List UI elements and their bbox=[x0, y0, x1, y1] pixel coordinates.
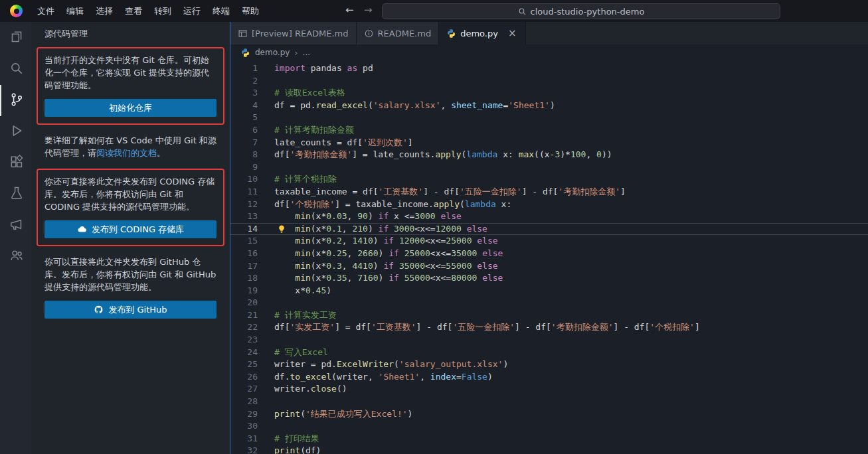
code-line[interactable]: 14 min(x*0.1, 210) if 3000<x<=12000 else bbox=[230, 223, 868, 236]
publish-to-coding-label: 发布到 CODING 存储库 bbox=[92, 224, 184, 236]
code-line[interactable]: 2 bbox=[230, 75, 868, 88]
code-line[interactable]: 3# 读取Excel表格 bbox=[230, 87, 868, 100]
line-number: 6 bbox=[230, 124, 258, 137]
explorer-icon bbox=[9, 30, 24, 47]
logo-hole bbox=[14, 9, 19, 14]
tab-close-icon[interactable]: × bbox=[506, 28, 519, 39]
tab-bar: [Preview] README.mdREADME.mddemo.py× bbox=[230, 22, 868, 44]
line-number: 23 bbox=[230, 334, 258, 346]
line-content bbox=[258, 112, 274, 124]
line-content: writer.close() bbox=[258, 383, 347, 396]
initialize-repo-button[interactable]: 初始化仓库 bbox=[44, 99, 217, 117]
menu-item[interactable]: 帮助 bbox=[236, 0, 265, 22]
code-line[interactable]: 6# 计算考勤扣除金额 bbox=[230, 124, 868, 137]
code-line[interactable]: 29print('结果已成功写入Excel!') bbox=[230, 408, 868, 421]
code-line[interactable]: 12df['个税扣除'] = taxable_income.apply(lamb… bbox=[230, 198, 868, 211]
menu-item[interactable]: 运行 bbox=[177, 0, 207, 22]
line-number: 1 bbox=[230, 62, 258, 75]
activity-item-source-control[interactable] bbox=[0, 85, 31, 116]
accounts-icon bbox=[9, 248, 24, 265]
activity-item-test[interactable] bbox=[0, 179, 31, 210]
cloud-studio-logo-icon[interactable] bbox=[10, 5, 23, 17]
code-line[interactable]: 10# 计算个税扣除 bbox=[230, 173, 868, 186]
code-line[interactable]: 22df['实发工资'] = df['工资基数'] - df['五险一金扣除']… bbox=[230, 321, 868, 334]
sidebar-title: 源代码管理 bbox=[31, 22, 230, 46]
activity-item-search[interactable] bbox=[0, 54, 31, 85]
activity-item-explorer[interactable] bbox=[0, 23, 31, 54]
menu-item[interactable]: 终端 bbox=[207, 0, 236, 22]
activity-item-run-debug[interactable] bbox=[0, 116, 31, 147]
code-line[interactable]: 26df.to_excel(writer, 'Sheet1', index=Fa… bbox=[230, 371, 868, 384]
search-icon bbox=[518, 7, 527, 16]
line-content: df['考勤扣除金额'] = late_counts.apply(lambda … bbox=[258, 149, 612, 161]
line-content: min(x*0.2, 1410) if 12000<x<=25000 else bbox=[258, 235, 498, 248]
line-number: 22 bbox=[230, 321, 258, 334]
menu-bar: 文件编辑选择查看转到运行终端帮助 bbox=[31, 0, 265, 22]
line-content: # 读取Excel表格 bbox=[258, 87, 345, 100]
github-section: 你可以直接将此文件夹发布到 GitHub 仓库。发布后，你将有权访问由 Git … bbox=[37, 254, 224, 319]
line-number: 12 bbox=[230, 198, 258, 211]
code-line[interactable]: 4df = pd.read_excel('salary.xlsx', sheet… bbox=[230, 100, 868, 112]
code-line[interactable]: 5 bbox=[230, 112, 868, 124]
code-line[interactable]: 20 bbox=[230, 297, 868, 309]
tab-preview-readme-md[interactable]: [Preview] README.md bbox=[230, 22, 357, 44]
line-content bbox=[258, 75, 274, 88]
activity-item-feedback[interactable] bbox=[0, 210, 31, 241]
menu-item[interactable]: 文件 bbox=[31, 0, 60, 22]
line-number: 27 bbox=[230, 383, 258, 396]
code-line[interactable]: 19 x*0.45) bbox=[230, 285, 868, 297]
code-line[interactable]: 18 min(x*0.35, 7160) if 55000<x<=80000 e… bbox=[230, 272, 868, 285]
line-number: 2 bbox=[230, 75, 258, 88]
menu-item[interactable]: 选择 bbox=[90, 0, 119, 22]
tab-demo-py[interactable]: demo.py× bbox=[439, 22, 526, 44]
publish-to-coding-button[interactable]: 发布到 CODING 存储库 bbox=[44, 220, 217, 238]
code-line[interactable]: 23 bbox=[230, 334, 868, 346]
code-area[interactable]: 1import pandas as pd23# 读取Excel表格4df = p… bbox=[230, 60, 868, 454]
code-line[interactable]: 24# 写入Excel bbox=[230, 346, 868, 359]
code-line[interactable]: 28 bbox=[230, 396, 868, 408]
megaphone-icon bbox=[9, 217, 24, 234]
title-bar: 文件编辑选择查看转到运行终端帮助 ← → cloud-studio-python… bbox=[0, 0, 868, 22]
code-line[interactable]: 31# 打印结果 bbox=[230, 433, 868, 445]
line-number: 16 bbox=[230, 248, 258, 260]
code-line[interactable]: 1import pandas as pd bbox=[230, 62, 868, 75]
code-line[interactable]: 30 bbox=[230, 420, 868, 433]
line-content: # 计算实发工资 bbox=[258, 309, 337, 322]
lightbulb-icon[interactable] bbox=[277, 224, 286, 234]
code-line[interactable]: 25writer = pd.ExcelWriter('salary_output… bbox=[230, 358, 868, 371]
back-arrow-icon[interactable]: ← bbox=[345, 0, 354, 22]
code-line[interactable]: 7late_counts = df['迟到次数'] bbox=[230, 137, 868, 149]
initialize-repo-label: 初始化仓库 bbox=[109, 102, 152, 114]
code-line[interactable]: 27writer.close() bbox=[230, 383, 868, 396]
line-number: 21 bbox=[230, 309, 258, 322]
code-line[interactable]: 32print(df) bbox=[230, 445, 868, 454]
code-line[interactable]: 15 min(x*0.2, 1410) if 12000<x<=25000 el… bbox=[230, 235, 868, 248]
line-content bbox=[258, 420, 274, 433]
github-icon bbox=[94, 305, 104, 315]
run-debug-icon bbox=[9, 123, 24, 141]
command-search-box[interactable]: cloud-studio-python-demo bbox=[382, 3, 780, 19]
breadcrumb[interactable]: demo.py › ... bbox=[230, 44, 868, 60]
code-line[interactable]: 11taxable_income = df['工资基数'] - df['五险一金… bbox=[230, 186, 868, 198]
tab-label: [Preview] README.md bbox=[252, 29, 349, 38]
menu-item[interactable]: 查看 bbox=[119, 0, 148, 22]
code-line[interactable]: 17 min(x*0.3, 4410) if 35000<x<=55000 el… bbox=[230, 260, 868, 273]
line-content: # 计算个税扣除 bbox=[258, 173, 337, 186]
menu-item[interactable]: 转到 bbox=[148, 0, 177, 22]
line-content: # 写入Excel bbox=[258, 346, 328, 359]
code-line[interactable]: 8df['考勤扣除金额'] = late_counts.apply(lambda… bbox=[230, 149, 868, 161]
activity-item-extensions[interactable] bbox=[0, 147, 31, 179]
code-line[interactable]: 13 min(x*0.03, 90) if x <=3000 else bbox=[230, 210, 868, 223]
code-line[interactable]: 9 bbox=[230, 161, 868, 174]
menu-item[interactable]: 编辑 bbox=[60, 0, 90, 22]
activity-item-accounts[interactable] bbox=[0, 241, 31, 272]
read-docs-link[interactable]: 阅读我们的文档 bbox=[96, 148, 157, 158]
forward-arrow-icon[interactable]: → bbox=[364, 0, 373, 22]
code-line[interactable]: 21# 计算实发工资 bbox=[230, 309, 868, 322]
docs-text-after: 。 bbox=[157, 148, 165, 158]
publish-to-github-button[interactable]: 发布到 GitHub bbox=[44, 301, 217, 319]
code-line[interactable]: 16 min(x*0.25, 2660) if 25000<x<=35000 e… bbox=[230, 248, 868, 260]
tab-readme-md[interactable]: README.md bbox=[357, 22, 440, 44]
tab-label: demo.py bbox=[460, 29, 498, 38]
line-number: 32 bbox=[230, 445, 258, 454]
